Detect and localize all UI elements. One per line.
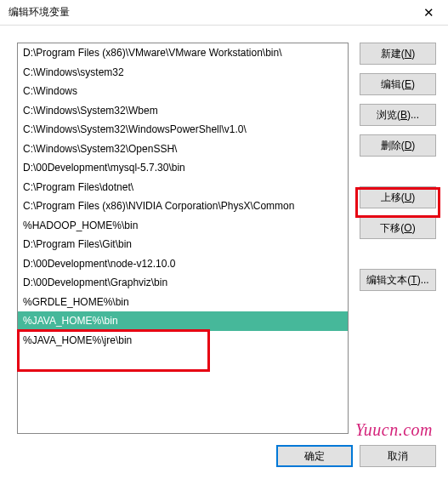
ok-button[interactable]: 确定 [276, 445, 353, 467]
list-item[interactable]: C:\Windows\System32\WindowsPowerShell\v1… [18, 120, 348, 140]
move-up-button[interactable]: 上移(U) [360, 186, 436, 208]
watermark: Yuucn.com [355, 420, 433, 440]
close-icon: ✕ [423, 5, 434, 20]
button-label: 新建(N) [381, 47, 416, 61]
move-down-button[interactable]: 下移(O) [360, 217, 436, 239]
list-item[interactable]: D:\00Development\node-v12.10.0 [18, 254, 348, 274]
edit-text-button[interactable]: 编辑文本(T)... [360, 269, 436, 291]
path-listbox[interactable]: D:\Program Files (x86)\VMware\VMware Wor… [17, 43, 349, 434]
button-label: 浏览(B)... [377, 108, 419, 123]
delete-button[interactable]: 删除(D) [360, 134, 436, 157]
button-sidebar: 新建(N) 编辑(E) 浏览(B)... 删除(D) 上移(U) 下移(O) 编… [360, 43, 436, 299]
edit-button[interactable]: 编辑(E) [360, 73, 436, 95]
spacer [360, 165, 436, 186]
button-label: 编辑(E) [381, 77, 415, 92]
dialog-footer: 确定 取消 [276, 445, 436, 467]
titlebar: 编辑环境变量 ✕ [0, 0, 448, 26]
button-label: 取消 [388, 449, 408, 464]
list-item[interactable]: C:\Program Files (x86)\NVIDIA Corporatio… [18, 197, 348, 216]
button-label: 下移(O) [380, 221, 415, 236]
list-item[interactable]: C:\Windows\system32 [18, 63, 348, 83]
list-item[interactable]: C:\Program Files\dotnet\ [18, 178, 348, 197]
button-label: 确定 [304, 449, 325, 464]
list-item[interactable]: C:\Windows\System32\OpenSSH\ [18, 140, 348, 159]
list-item[interactable]: %GRDLE_HOME%\bin [18, 293, 348, 312]
button-label: 上移(U) [381, 191, 416, 205]
list-item[interactable]: %JAVA_HOME%\bin [18, 311, 348, 331]
list-item[interactable]: D:\Program Files\Git\bin [18, 235, 348, 254]
spacer [360, 248, 436, 269]
list-item[interactable]: C:\Windows\System32\Wbem [18, 101, 348, 121]
browse-button[interactable]: 浏览(B)... [360, 104, 436, 126]
new-button[interactable]: 新建(N) [360, 43, 436, 65]
close-button[interactable]: ✕ [410, 0, 448, 26]
list-item[interactable]: D:\00Development\Graphviz\bin [18, 273, 348, 293]
button-label: 删除(D) [381, 139, 416, 153]
list-item[interactable]: C:\Windows [18, 82, 348, 101]
dialog-content: D:\Program Files (x86)\VMware\VMware Wor… [0, 26, 448, 479]
list-item[interactable]: %JAVA_HOME%\jre\bin [18, 331, 348, 351]
list-item[interactable]: %HADOOP_HOME%\bin [18, 216, 348, 236]
cancel-button[interactable]: 取消 [360, 445, 436, 467]
window-title: 编辑环境变量 [9, 5, 70, 20]
button-label: 编辑文本(T)... [366, 273, 428, 288]
list-item[interactable]: D:\Program Files (x86)\VMware\VMware Wor… [18, 43, 348, 63]
list-item[interactable]: D:\00Development\mysql-5.7.30\bin [18, 158, 348, 178]
